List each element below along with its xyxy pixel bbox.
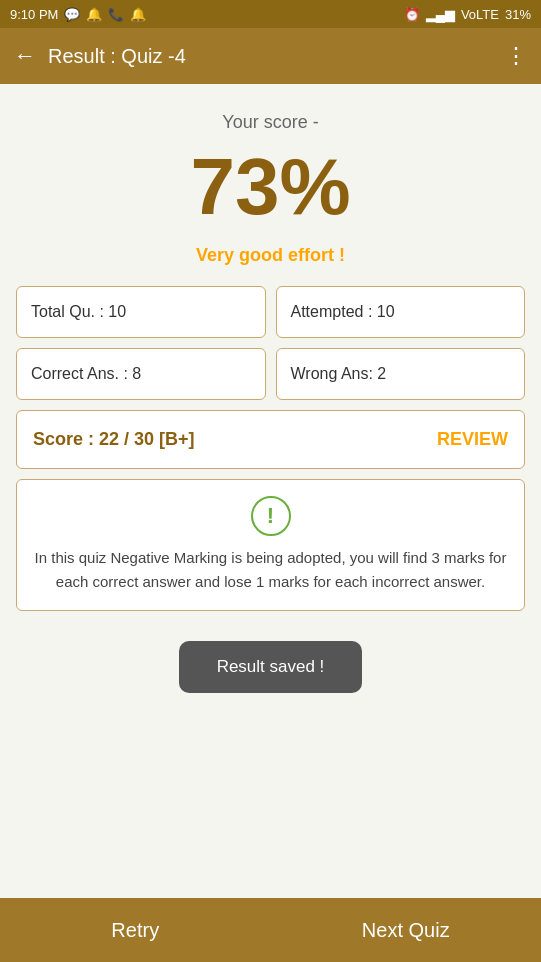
more-options-button[interactable]: ⋮ xyxy=(505,43,527,69)
stats-grid: Total Qu. : 10 Attempted : 10 Correct An… xyxy=(16,286,525,400)
attempted-box: Attempted : 10 xyxy=(276,286,526,338)
total-questions-label: Total Qu. : 10 xyxy=(31,303,126,320)
correct-answers-box: Correct Ans. : 8 xyxy=(16,348,266,400)
phone-icon: 📞 xyxy=(108,7,124,22)
wrong-answers-label: Wrong Ans: 2 xyxy=(291,365,387,382)
status-right: ⏰ ▂▄▆ VoLTE 31% xyxy=(404,7,531,22)
page-title: Result : Quiz -4 xyxy=(48,45,493,68)
retry-button[interactable]: Retry xyxy=(0,898,271,962)
status-bar: 9:10 PM 💬 🔔 📞 🔔 ⏰ ▂▄▆ VoLTE 31% xyxy=(0,0,541,28)
app-icon-1: 🔔 xyxy=(86,7,102,22)
your-score-label: Your score - xyxy=(222,112,318,133)
status-left: 9:10 PM 💬 🔔 📞 🔔 xyxy=(10,7,146,22)
total-questions-box: Total Qu. : 10 xyxy=(16,286,266,338)
correct-answers-label: Correct Ans. : 8 xyxy=(31,365,141,382)
result-saved-button[interactable]: Result saved ! xyxy=(179,641,363,693)
signal-icon: ▂▄▆ xyxy=(426,7,455,22)
attempted-label: Attempted : 10 xyxy=(291,303,395,320)
alarm-icon: ⏰ xyxy=(404,7,420,22)
top-bar: ← Result : Quiz -4 ⋮ xyxy=(0,28,541,84)
review-button[interactable]: REVIEW xyxy=(437,429,508,450)
battery-display: 31% xyxy=(505,7,531,22)
info-box: ! In this quiz Negative Marking is being… xyxy=(16,479,525,611)
score-text: Score : 22 / 30 [B+] xyxy=(33,429,195,450)
back-button[interactable]: ← xyxy=(14,43,36,69)
effort-label: Very good effort ! xyxy=(196,245,345,266)
info-text: In this quiz Negative Marking is being a… xyxy=(31,546,510,594)
app-icon-2: 🔔 xyxy=(130,7,146,22)
info-icon: ! xyxy=(251,496,291,536)
score-row: Score : 22 / 30 [B+] REVIEW xyxy=(16,410,525,469)
score-percentage: 73% xyxy=(190,143,350,231)
volte-label: VoLTE xyxy=(461,7,499,22)
next-quiz-button[interactable]: Next Quiz xyxy=(271,898,542,962)
wrong-answers-box: Wrong Ans: 2 xyxy=(276,348,526,400)
whatsapp-icon: 💬 xyxy=(64,7,80,22)
bottom-bar: Retry Next Quiz xyxy=(0,898,541,962)
main-content: Your score - 73% Very good effort ! Tota… xyxy=(0,84,541,898)
time-display: 9:10 PM xyxy=(10,7,58,22)
